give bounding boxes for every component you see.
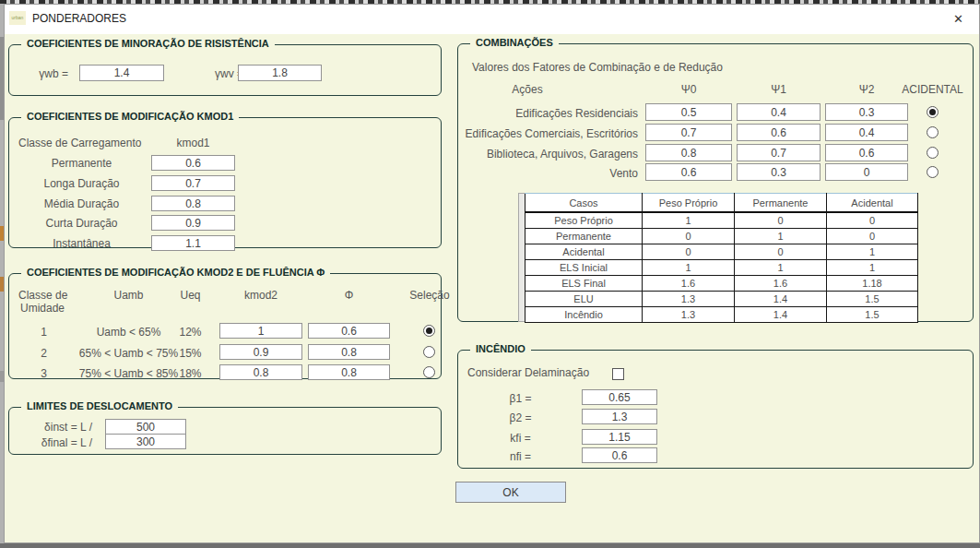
gwb-label: γwb = [28, 67, 68, 80]
kmod1-media-input[interactable]: 0.8 [151, 196, 235, 211]
vento-acidental-radio[interactable] [927, 166, 939, 178]
residenciais-psi2-input[interactable]: 0.3 [825, 103, 908, 121]
casos-cell[interactable]: Peso Próprio [525, 212, 643, 229]
gwv-input[interactable]: 1.8 [238, 65, 322, 81]
kmod2-class3-kmod2-input[interactable]: 0.8 [219, 364, 302, 380]
casos-cell[interactable]: 1 [827, 244, 918, 260]
group-limites-deslocamento: LIMITES DE DESLOCAMENTO δinst = L / 500 … [8, 407, 442, 455]
casos-cell[interactable]: 1.3 [643, 292, 735, 307]
ok-button[interactable]: OK [455, 482, 566, 503]
casos-cell[interactable]: Acidental [525, 244, 643, 260]
kmod1-row-label: Longa Duração [18, 177, 145, 190]
casos-cell[interactable]: 1.18 [827, 276, 918, 292]
kfi-label: kfi = [467, 432, 573, 445]
biblioteca-psi2-input[interactable]: 0.6 [825, 144, 908, 161]
casos-cell[interactable]: 1 [827, 260, 918, 276]
close-icon[interactable]: ✕ [938, 5, 979, 34]
group-title-limites: LIMITES DE DESLOCAMENTO [21, 400, 178, 411]
dfinal-input[interactable]: 300 [105, 434, 186, 449]
residenciais-psi0-input[interactable]: 0.5 [645, 103, 732, 121]
group-kmod1: COEFICIENTES DE MODIFICAÇÃO KMOD1 Classe… [8, 117, 442, 248]
kmod2-class2-kmod2-input[interactable]: 0.9 [219, 344, 302, 360]
casos-cell[interactable]: Permanente [525, 229, 643, 244]
kmod1-col-header-classe: Classe de Carregamento [18, 137, 157, 149]
kmod1-row-label: Permanente [18, 157, 145, 170]
kmod2-class3-phi-input[interactable]: 0.8 [308, 364, 390, 380]
table-row: Peso Próprio 1 0 0 [525, 212, 918, 229]
group-title-kmod2: COEFICIENTES DE MODIFICAÇÃO KMOD2 E DE F… [21, 267, 330, 278]
comerciais-psi1-input[interactable]: 0.6 [737, 124, 821, 141]
dinst-input[interactable]: 500 [105, 419, 186, 435]
vento-psi2-input[interactable]: 0 [825, 163, 908, 181]
casos-cell[interactable]: 0 [827, 229, 918, 244]
casos-cell[interactable]: 1.3 [643, 307, 735, 323]
casos-table: Casos Peso Próprio Permanente Acidental … [525, 193, 918, 323]
kmod2-class2-radio[interactable] [423, 346, 435, 358]
kmod2-class1-phi-input[interactable]: 0.6 [308, 323, 390, 339]
casos-cell[interactable]: 1.5 [827, 307, 918, 323]
comerciais-psi2-input[interactable]: 0.4 [825, 124, 908, 141]
residenciais-acidental-radio[interactable] [927, 106, 939, 118]
biblioteca-psi0-input[interactable]: 0.8 [645, 144, 732, 161]
kmod2-class2-phi-input[interactable]: 0.8 [308, 344, 390, 360]
casos-cell[interactable]: ELS Final [525, 276, 643, 292]
kmod2-header-selecao: Seleção [397, 289, 462, 302]
kmod1-curta-input[interactable]: 0.9 [151, 215, 235, 231]
casos-cell[interactable]: 1.4 [735, 307, 827, 323]
casos-col-header: Peso Próprio [643, 194, 735, 213]
group-title-incendio: INCÊNDIO [470, 343, 531, 354]
nfi-input[interactable]: 0.6 [582, 447, 657, 463]
kmod1-longa-input[interactable]: 0.7 [151, 175, 235, 191]
kmod1-row-label: Curta Duração [18, 217, 145, 230]
group-title-kmod1: COEFICIENTES DE MODIFICAÇÃO KMOD1 [21, 111, 239, 122]
background-window-edge-bottom [0, 543, 980, 548]
biblioteca-psi1-input[interactable]: 0.7 [737, 144, 821, 161]
casos-cell[interactable]: 0 [643, 244, 735, 260]
comerciais-psi0-input[interactable]: 0.7 [645, 124, 732, 141]
kmod2-class3-radio[interactable] [423, 366, 435, 378]
casos-cell[interactable]: 1.6 [735, 276, 827, 292]
table-row: Incêndio 1.3 1.4 1.5 [525, 307, 918, 323]
delaminacao-checkbox[interactable] [612, 368, 624, 380]
group-title-combinacoes: COMBINAÇÕES [470, 37, 559, 48]
acoes-header: Ações [486, 83, 569, 96]
casos-cell[interactable]: 1.6 [643, 276, 735, 292]
vento-psi0-input[interactable]: 0.6 [645, 163, 732, 181]
casos-cell[interactable]: 1 [735, 260, 827, 276]
table-row: ELS Final 1.6 1.6 1.18 [525, 276, 918, 292]
vento-psi1-input[interactable]: 0.3 [737, 163, 821, 181]
psi0-header: Ψ0 [645, 83, 732, 96]
casos-cell[interactable]: Incêndio [525, 307, 643, 323]
comerciais-acidental-radio[interactable] [927, 126, 939, 138]
residenciais-psi1-input[interactable]: 0.4 [737, 103, 821, 121]
beta1-input[interactable]: 0.65 [582, 389, 657, 405]
kmod2-header-classe-line2: Umidade [20, 302, 65, 315]
casos-cell[interactable]: ELU [525, 292, 643, 307]
dinst-label: δinst = L / [22, 421, 92, 434]
combinacoes-subtitle: Valores dos Fatores de Combinação e de R… [472, 61, 723, 74]
kmod1-permanente-input[interactable]: 0.6 [151, 155, 235, 171]
casos-cell[interactable]: 0 [735, 212, 827, 229]
casos-cell[interactable]: 1.4 [735, 292, 827, 307]
kmod2-class1-kmod2-input[interactable]: 1 [219, 323, 302, 339]
casos-col-header: Permanente [735, 194, 827, 213]
casos-cell[interactable]: 0 [827, 212, 918, 229]
biblioteca-acidental-radio[interactable] [927, 147, 939, 159]
casos-cell[interactable]: 1 [735, 229, 827, 244]
casos-cell[interactable]: 0 [735, 244, 827, 260]
group-coeficientes-minoracao: COEFICIENTES DE MINORAÇÃO DE RISISTÊNCIA… [8, 44, 442, 96]
casos-cell[interactable]: 1.5 [827, 292, 918, 307]
beta2-input[interactable]: 1.3 [582, 409, 657, 424]
gwb-input[interactable]: 1.4 [79, 65, 164, 81]
group-incendio: INCÊNDIO Considerar Delaminação β1 = 0.6… [457, 350, 974, 469]
casos-cell[interactable]: ELS Inicial [525, 260, 643, 276]
psi1-header: Ψ1 [737, 83, 821, 96]
casos-cell[interactable]: 0 [643, 229, 735, 244]
kmod2-class1-radio[interactable] [423, 325, 435, 337]
casos-cell[interactable]: 1 [643, 260, 735, 276]
kfi-input[interactable]: 1.15 [582, 429, 657, 445]
kmod1-instantanea-input[interactable]: 1.1 [151, 235, 235, 251]
casos-cell[interactable]: 1 [643, 212, 735, 229]
kmod2-row-classe: 2 [18, 347, 69, 360]
table-row: ELU 1.3 1.4 1.5 [525, 292, 918, 307]
